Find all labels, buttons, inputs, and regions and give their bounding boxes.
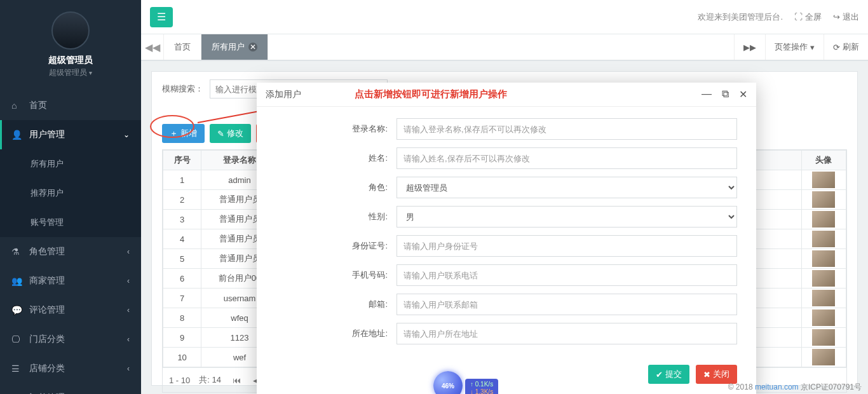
user-icon: 👤 <box>11 130 23 140</box>
sidebar-item-store-category[interactable]: 🖵门店分类‹ <box>0 325 141 354</box>
cell-avatar <box>801 190 846 210</box>
input-phone[interactable] <box>397 264 737 286</box>
caret-down-icon: ▾ <box>810 43 815 52</box>
refresh-button[interactable]: ⟳刷新 <box>824 34 868 60</box>
cell-avatar <box>801 210 846 229</box>
modal-maximize-button[interactable]: ⧉ <box>722 88 729 100</box>
avatar-thumb <box>812 270 835 287</box>
cell-avatar <box>801 348 846 367</box>
modal-header: 添加用户 点击新增按钮即可进行新增用户操作 — ⧉ ✕ <box>257 83 756 107</box>
chevron-left-icon: ‹ <box>127 335 130 344</box>
modal-close-button[interactable]: ✕ <box>739 88 747 100</box>
sidebar-item-user-mgmt[interactable]: 👤 用户管理 ⌄ <box>0 120 141 149</box>
welcome-text: 欢迎来到美团管理后台. <box>698 11 783 23</box>
input-address[interactable] <box>397 323 737 344</box>
edit-button[interactable]: ✎修改 <box>210 124 251 143</box>
user-submenu: 所有用户 推荐用户 账号管理 <box>0 149 141 237</box>
col-avatar: 头像 <box>801 151 846 170</box>
avatar-thumb <box>812 250 835 267</box>
tabs-scroll-right[interactable]: ▶▶ <box>734 34 765 60</box>
cell-seq: 2 <box>163 190 201 210</box>
close-button[interactable]: ✖ 关闭 <box>696 365 737 384</box>
cell-seq: 6 <box>163 269 201 289</box>
widget-orb: 46% <box>433 371 463 394</box>
input-email[interactable] <box>397 294 737 315</box>
avatar <box>51 11 90 50</box>
monitor-icon: 🖵 <box>11 334 23 344</box>
col-seq: 序号 <box>163 151 201 170</box>
tab-home[interactable]: 首页 <box>164 34 201 60</box>
sidebar-item-role-mgmt[interactable]: ⚗角色管理‹ <box>0 237 141 266</box>
avatar-thumb <box>812 172 835 188</box>
cell-seq: 5 <box>163 249 201 269</box>
close-tab-icon[interactable]: ✕ <box>248 43 257 51</box>
chevron-left-icon: ‹ <box>127 247 130 256</box>
cell-avatar <box>801 328 846 348</box>
cell-avatar <box>801 249 846 269</box>
sidebar-item-home[interactable]: ⌂ 首页 <box>0 91 141 120</box>
home-icon: ⌂ <box>11 100 23 111</box>
modal-body: 登录名称: 姓名: 角色:超级管理员 性别:男 身份证号: 手机号码: 邮箱: … <box>257 107 756 365</box>
input-login[interactable] <box>397 118 737 140</box>
cell-seq: 8 <box>163 308 201 328</box>
avatar-thumb <box>812 211 835 228</box>
topbar: ☰ 欢迎来到美团管理后台. ⛶全屏 ↪退出 <box>141 0 868 34</box>
tab-ops-dropdown[interactable]: 页签操作 ▾ <box>765 34 824 60</box>
cell-avatar <box>801 289 846 308</box>
add-user-modal: 添加用户 点击新增按钮即可进行新增用户操作 — ⧉ ✕ 登录名称: 姓名: 角色… <box>257 83 756 394</box>
chevron-down-icon: ⌄ <box>123 130 130 139</box>
modal-minimize-button[interactable]: — <box>702 88 712 100</box>
sidebar-item-all-users[interactable]: 所有用户 <box>0 149 141 179</box>
label-phone: 手机号码: <box>276 269 397 281</box>
chevron-left-icon: ‹ <box>127 276 130 285</box>
admin-role-dropdown[interactable]: 超级管理员 ▾ <box>0 67 141 78</box>
widget-stats: ↑ 0.1K/s ↓ 1.3K/s <box>465 379 498 394</box>
modal-title: 添加用户 <box>266 89 301 100</box>
cell-avatar <box>801 269 846 289</box>
sidebar-item-merchant-mgmt[interactable]: 👥商家管理‹ <box>0 266 141 296</box>
flask-icon: ⚗ <box>11 247 23 257</box>
tab-all-users[interactable]: 所有用户✕ <box>201 34 268 60</box>
sidebar-item-shop-category[interactable]: ☰店铺分类‹ <box>0 354 141 383</box>
main-menu: ⌂ 首页 👤 用户管理 ⌄ 所有用户 推荐用户 账号管理 ⚗角色管理‹ 👥商家管… <box>0 91 141 394</box>
chevron-left-icon: ‹ <box>127 364 130 373</box>
sidebar-item-comment-mgmt[interactable]: 💬评论管理‹ <box>0 296 141 325</box>
close-icon: ✖ <box>703 370 710 379</box>
sidebar-item-recommend-users[interactable]: 推荐用户 <box>0 179 141 208</box>
select-gender[interactable]: 男 <box>397 206 737 228</box>
sidebar-item-order-mgmt[interactable]: ✎订单管理‹ <box>0 383 141 394</box>
network-widget[interactable]: 46% ↑ 0.1K/s ↓ 1.3K/s <box>433 369 503 394</box>
input-name[interactable] <box>397 147 737 169</box>
cell-seq: 1 <box>163 170 201 190</box>
avatar-thumb <box>812 191 835 208</box>
cell-avatar <box>801 170 846 190</box>
comment-icon: 💬 <box>11 305 23 315</box>
avatar-thumb <box>812 349 835 365</box>
avatar-thumb <box>812 309 835 326</box>
footer-link[interactable]: meituan.com <box>755 383 799 391</box>
tabs-scroll-left[interactable]: ◀◀ <box>141 34 164 60</box>
sidebar-item-account-mgmt[interactable]: 账号管理 <box>0 208 141 237</box>
cell-seq: 3 <box>163 210 201 229</box>
logout-icon: ↪ <box>833 12 840 22</box>
chevron-left-icon: ‹ <box>127 306 130 315</box>
logout-button[interactable]: ↪退出 <box>833 11 859 23</box>
label-login: 登录名称: <box>276 123 397 135</box>
refresh-icon: ⟳ <box>833 43 840 52</box>
label-idcard: 身份证号: <box>276 240 397 252</box>
input-idcard[interactable] <box>397 235 737 257</box>
submit-button[interactable]: ✔ 提交 <box>648 365 689 384</box>
avatar-thumb <box>812 329 835 346</box>
fullscreen-button[interactable]: ⛶全屏 <box>794 11 822 23</box>
cell-seq: 10 <box>163 348 201 367</box>
profile-block: 超级管理员 超级管理员 ▾ <box>0 0 141 85</box>
toggle-sidebar-button[interactable]: ☰ <box>150 7 173 27</box>
annotation-ellipse <box>150 115 194 138</box>
tabbar: ◀◀ 首页 所有用户✕ ▶▶ 页签操作 ▾ ⟳刷新 <box>141 34 868 61</box>
select-role[interactable]: 超级管理员 <box>397 177 737 198</box>
search-label: 模糊搜索： <box>162 83 203 95</box>
list-icon: ☰ <box>11 363 23 374</box>
label-name: 姓名: <box>276 153 397 164</box>
edit-icon: ✎ <box>217 129 224 139</box>
annotation-text: 点击新增按钮即可进行新增用户操作 <box>355 88 507 100</box>
